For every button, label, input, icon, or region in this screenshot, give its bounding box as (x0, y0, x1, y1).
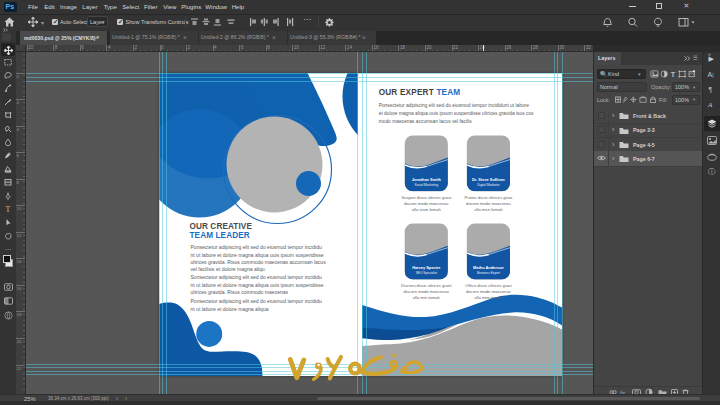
svg-text:vel facilisis et dolore magna: vel facilisis et dolore magna aliqu. (190, 265, 265, 271)
svg-text:Business Expert: Business Expert (476, 271, 499, 275)
svg-text:ulla nism lomah: ulla nism lomah (411, 207, 441, 212)
svg-text:Office disse ultrices gravi: Office disse ultrices gravi (465, 282, 512, 287)
svg-text:Social Marketing: Social Marketing (414, 183, 438, 187)
svg-text:Proine disse ultrices gravi: Proine disse ultrices gravi (464, 194, 512, 199)
svg-text:dacorn mode maecenas: dacorn mode maecenas (465, 289, 510, 294)
svg-text:T: T (671, 70, 676, 77)
svg-text:T: T (6, 205, 11, 213)
svg-text:Mathu Anderson: Mathu Anderson (473, 265, 504, 270)
svg-text:Ponsectetur adipiscing elit se: Ponsectetur adipiscing elit sed do eiusm… (378, 103, 529, 108)
svg-text:ultrices gravida. Risus commod: ultrices gravida. Risus commodo maecenas (190, 288, 288, 294)
svg-text:nt ut labore et dolore magna a: nt ut labore et dolore magna aliqua ouis… (190, 251, 323, 257)
svg-text:Sonsectetur adipiscing elit se: Sonsectetur adipiscing elit sed do eiusm… (190, 274, 321, 280)
svg-text:nt ut labore et dolore magna a: nt ut labore et dolore magna aliqua ouis… (190, 281, 323, 287)
svg-text:SEO Specialist: SEO Specialist (415, 271, 436, 275)
svg-text:modo maecenas accumsan lacus: modo maecenas accumsan lacus vel facilis (378, 118, 471, 123)
svg-text:discorn modo maecenas: discorn modo maecenas (403, 289, 449, 294)
svg-text:Ponsectetur adipiscing elit se: Ponsectetur adipiscing elit sed do eiusm… (190, 244, 321, 250)
svg-text:TEAM LEADER: TEAM LEADER (189, 230, 249, 239)
svg-text:ultrices gravida. Risus commod: ultrices gravida. Risus commodo maecenas… (190, 258, 326, 264)
svg-text:ulla min tomah: ulla min tomah (412, 295, 440, 300)
svg-text:Ponsectetur adipiscing elit se: Ponsectetur adipiscing elit sed do eiusm… (190, 298, 321, 304)
svg-text:Jonathan Smith: Jonathan Smith (411, 177, 441, 182)
svg-text:dacom modo maecenas: dacom modo maecenas (403, 201, 448, 206)
svg-text:ulla mirn lomah: ulla mirn lomah (474, 207, 503, 212)
svg-text:Disrneu disse ultrices grant: Disrneu disse ultrices grant (401, 282, 452, 287)
svg-text:OUR EXPERT TEAM: OUR EXPERT TEAM (378, 88, 460, 97)
svg-text:nt ut labore et dolore magna a: nt ut labore et dolore magna aliqua (190, 305, 268, 311)
svg-text:⋯: ⋯ (5, 246, 12, 253)
svg-text:Digital Marketer: Digital Marketer (477, 183, 500, 187)
svg-text:Harvey Spectre: Harvey Spectre (412, 265, 441, 270)
svg-text:ulla mim tomah: ulla mim tomah (474, 295, 503, 300)
svg-text:et dolore magna aliqua ouis ip: et dolore magna aliqua ouis ipsum suspen… (378, 111, 533, 116)
svg-text:dacom mode maecenas: dacom mode maecenas (466, 201, 511, 206)
svg-text:Suspen disse ultrices gravi: Suspen disse ultrices gravi (401, 194, 451, 199)
svg-text:Dr. Steve Sullivan: Dr. Steve Sullivan (472, 177, 505, 182)
svg-text:OUR CREATIVE: OUR CREATIVE (189, 222, 252, 231)
